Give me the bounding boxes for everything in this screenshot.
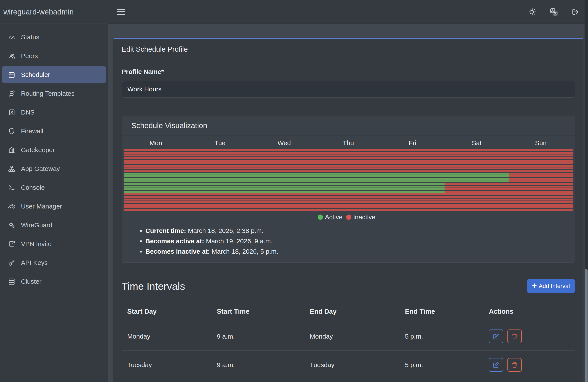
sidebar-item-app-gateway[interactable]: App Gateway: [2, 160, 106, 177]
intervals-table: Start Day Start Time End Day End Time Ac…: [122, 301, 575, 382]
heatmap-cell: [316, 196, 380, 198]
heatmap-cell: [188, 160, 252, 162]
heatmap-cell: [444, 209, 509, 211]
theme-toggle-button[interactable]: [526, 6, 538, 18]
heatmap-cell: [380, 199, 444, 200]
heatmap-cell: [124, 173, 188, 175]
heatmap-cell: [444, 191, 509, 193]
profile-name-input[interactable]: [122, 81, 575, 97]
intervals-title: Time Intervals: [122, 280, 185, 292]
heatmap-cell: [124, 149, 188, 151]
day-label: Sun: [509, 139, 573, 147]
legend-active-label: Active: [325, 213, 343, 221]
sidebar-item-console[interactable]: Console: [2, 179, 106, 196]
heatmap-hour-row: [124, 206, 573, 208]
heatmap-cell: [509, 180, 573, 182]
sidebar-item-dns[interactable]: DNS: [2, 104, 106, 121]
gears-icon: [8, 221, 15, 229]
sidebar-item-firewall[interactable]: Firewall: [2, 123, 106, 140]
plus-icon: +: [532, 281, 537, 290]
sidebar-item-status[interactable]: Status: [2, 28, 106, 46]
topbar: [108, 0, 588, 24]
content: Edit Schedule Profile Profile Name* Sche…: [108, 24, 588, 382]
heatmap-cell: [188, 168, 252, 170]
sidebar-item-peers[interactable]: Peers: [2, 47, 106, 64]
heatmap-cell: [509, 154, 573, 156]
brand[interactable]: wireguard-webadmin: [0, 0, 108, 24]
heatmap-cell: [188, 183, 252, 185]
vertical-scrollbar[interactable]: [585, 0, 588, 382]
sitemap-icon: [8, 165, 15, 172]
legend-inactive-label: Inactive: [353, 213, 376, 221]
heatmap-hour-row: [124, 183, 573, 185]
sidebar-item-label: WireGuard: [21, 221, 52, 229]
legend-active-dot: [318, 214, 323, 220]
heatmap-cell: [124, 183, 188, 185]
heatmap-cell: [316, 199, 380, 200]
heatmap-cell: [124, 180, 188, 182]
heatmap-cell: [509, 183, 573, 185]
users-group-icon: [8, 203, 15, 210]
heatmap-cell: [124, 160, 188, 162]
heatmap-cell: [444, 173, 509, 175]
sidebar-item-routing-templates[interactable]: Routing Templates: [2, 85, 106, 102]
heatmap-cell: [316, 165, 380, 167]
menu-icon[interactable]: [117, 7, 125, 16]
heatmap-cell: [252, 206, 316, 208]
heatmap-cell: [509, 199, 573, 200]
heatmap-cell: [380, 162, 444, 164]
heatmap-cell: [509, 188, 573, 190]
schedule-visualization-card: Schedule Visualization Mon Tue Wed Thu F…: [122, 116, 575, 262]
heatmap-hour-row: [124, 154, 573, 156]
language-button[interactable]: [548, 6, 560, 18]
profile-name-label: Profile Name*: [122, 68, 575, 75]
heatmap-cell: [509, 201, 573, 203]
heatmap-cell: [188, 188, 252, 190]
heatmap-cell: [380, 173, 444, 175]
sidebar-item-label: Routing Templates: [21, 90, 75, 97]
heatmap-hour-row: [124, 193, 573, 195]
logout-button[interactable]: [569, 6, 582, 18]
heatmap-cell: [252, 188, 316, 190]
heatmap-cell: [188, 154, 252, 156]
heatmap-cell: [252, 201, 316, 203]
edit-interval-button[interactable]: [489, 330, 503, 343]
heatmap-cell: [444, 204, 509, 206]
sidebar-item-vpn-invite[interactable]: VPN Invite: [2, 235, 106, 253]
scrollbar-thumb[interactable]: [585, 269, 588, 382]
sidebar-menu: Status Peers Scheduler Routing Templates…: [0, 24, 108, 290]
heatmap-cell: [188, 175, 252, 177]
day-label: Sat: [444, 139, 509, 147]
sidebar-item-scheduler[interactable]: Scheduler: [2, 66, 106, 84]
heatmap-hour-row: [124, 196, 573, 198]
sidebar-item-api-keys[interactable]: API Keys: [2, 254, 106, 271]
intervals-section-head: Time Intervals + Add Interval: [122, 279, 575, 293]
visualization-title: Schedule Visualization: [122, 116, 575, 135]
legend: Active Inactive: [124, 213, 573, 221]
heatmap-cell: [316, 168, 380, 170]
heatmap-cell: [380, 193, 444, 195]
heatmap-cell: [509, 162, 573, 164]
delete-interval-button[interactable]: [507, 330, 522, 343]
heatmap-cell: [124, 186, 188, 188]
heatmap-cell: [509, 170, 573, 172]
heatmap-hour-row: [124, 175, 573, 177]
heatmap-cell: [252, 160, 316, 162]
day-label: Thu: [316, 139, 380, 147]
col-end-day: End Day: [310, 301, 405, 322]
sidebar-item-cluster[interactable]: Cluster: [2, 273, 106, 290]
sidebar-item-label: Status: [21, 34, 39, 41]
trash-icon: [511, 333, 518, 340]
sidebar-item-label: Cluster: [21, 278, 42, 285]
edit-interval-button[interactable]: [489, 358, 503, 372]
visualization-body: Mon Tue Wed Thu Fri Sat Sun: [122, 135, 575, 262]
add-interval-button[interactable]: + Add Interval: [527, 279, 575, 293]
delete-interval-button[interactable]: [507, 358, 522, 372]
heatmap-hour-row: [124, 178, 573, 180]
sidebar-item-gatekeeper[interactable]: Gatekeeper: [2, 141, 106, 159]
heatmap-cell: [509, 206, 573, 208]
sidebar-item-label: App Gateway: [21, 165, 60, 172]
heatmap-cell: [509, 165, 573, 167]
sidebar-item-wireguard[interactable]: WireGuard: [2, 216, 106, 234]
sidebar-item-user-manager[interactable]: User Manager: [2, 198, 106, 215]
